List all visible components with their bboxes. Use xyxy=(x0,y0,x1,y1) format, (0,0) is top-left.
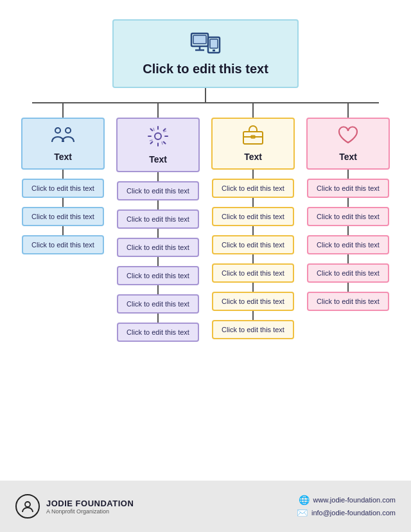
svg-point-9 xyxy=(155,133,161,139)
email-row: ✉️ info@jodie-foundation.com xyxy=(297,508,396,518)
cat-node-pink[interactable]: Text xyxy=(306,118,390,170)
leaf-connector-purple-5 xyxy=(157,314,159,323)
www-icon: 🌐 xyxy=(299,495,310,505)
leaf-node-yellow-1[interactable]: Click to edit this text xyxy=(212,207,294,226)
branch-top-connector-yellow xyxy=(252,103,254,118)
root-node[interactable]: Click to edit this text xyxy=(112,19,299,88)
leaf-node-yellow-4[interactable]: Click to edit this text xyxy=(212,292,294,311)
org-sub: A Nonprofit Organization xyxy=(46,508,134,515)
leaf-node-purple-1[interactable]: Click to edit this text xyxy=(117,209,199,229)
leaf-node-purple-4[interactable]: Click to edit this text xyxy=(117,294,199,314)
leaf-connector-yellow-0 xyxy=(252,170,254,179)
leaf-node-yellow-5[interactable]: Click to edit this text xyxy=(212,320,294,339)
root-label: Click to edit this text xyxy=(143,62,268,76)
leaf-connector-blue-0 xyxy=(62,170,64,179)
leaf-node-yellow-3[interactable]: Click to edit this text xyxy=(212,263,294,283)
svg-point-13 xyxy=(25,502,30,507)
leaf-connector-purple-4 xyxy=(157,285,159,294)
leaf-connector-pink-0 xyxy=(347,170,349,179)
leaf-connector-purple-1 xyxy=(157,200,159,209)
website-text: www.jodie-foundation.com xyxy=(313,496,396,504)
cat-node-blue[interactable]: Text xyxy=(21,118,105,170)
cat-label-purple: Text xyxy=(149,154,167,164)
email-icon: ✉️ xyxy=(297,508,308,518)
leaf-node-purple-3[interactable]: Click to edit this text xyxy=(117,266,199,285)
leaf-node-purple-2[interactable]: Click to edit this text xyxy=(117,238,199,257)
logo-circle xyxy=(15,494,40,519)
footer-right: 🌐 www.jodie-foundation.com ✉️ info@jodie… xyxy=(297,495,396,518)
branch-col-yellow: TextClick to edit this textClick to edit… xyxy=(206,103,301,342)
branches-row: TextClick to edit this textClick to edit… xyxy=(13,103,398,342)
svg-point-7 xyxy=(55,128,60,133)
leaf-node-blue-2[interactable]: Click to edit this text xyxy=(22,235,104,254)
leaf-connector-purple-2 xyxy=(157,229,159,238)
people-icon xyxy=(51,125,74,149)
leaf-node-yellow-2[interactable]: Click to edit this text xyxy=(212,235,294,254)
leaf-connector-pink-1 xyxy=(347,198,349,207)
computer-icon xyxy=(190,32,221,62)
leaf-node-pink-3[interactable]: Click to edit this text xyxy=(307,263,389,283)
leaf-node-yellow-0[interactable]: Click to edit this text xyxy=(212,179,294,198)
branch-col-purple: TextClick to edit this textClick to edit… xyxy=(110,103,206,342)
cat-node-purple[interactable]: Text xyxy=(116,118,200,172)
svg-rect-5 xyxy=(210,39,218,48)
leaf-connector-yellow-3 xyxy=(252,254,254,263)
leaf-connector-pink-3 xyxy=(347,254,349,263)
settings-icon xyxy=(147,125,169,152)
leaf-node-pink-1[interactable]: Click to edit this text xyxy=(307,207,389,226)
leaf-node-blue-1[interactable]: Click to edit this text xyxy=(22,207,104,226)
svg-rect-6 xyxy=(213,49,215,51)
leaf-connector-yellow-5 xyxy=(252,311,254,320)
email-text: info@jodie-foundation.com xyxy=(311,509,396,517)
cat-label-yellow: Text xyxy=(244,152,262,162)
leaf-node-pink-4[interactable]: Click to edit this text xyxy=(307,292,389,311)
branch-top-connector-purple xyxy=(157,103,159,118)
org-name: JODIE FOUNDATION xyxy=(46,499,134,508)
leaf-connector-blue-2 xyxy=(62,226,64,235)
leaf-node-pink-2[interactable]: Click to edit this text xyxy=(307,235,389,254)
leaf-connector-pink-2 xyxy=(347,226,349,235)
leaf-connector-blue-1 xyxy=(62,198,64,207)
leaf-connector-purple-0 xyxy=(157,172,159,181)
leaf-connector-yellow-1 xyxy=(252,198,254,207)
leaf-connector-pink-4 xyxy=(347,283,349,292)
svg-point-8 xyxy=(66,128,71,133)
briefcase-icon xyxy=(242,125,264,149)
main-content: Click to edit this text TextClick to edi… xyxy=(0,0,411,481)
website-row: 🌐 www.jodie-foundation.com xyxy=(299,495,396,505)
branch-top-connector-blue xyxy=(62,103,64,118)
leaf-connector-yellow-4 xyxy=(252,283,254,292)
cat-label-pink: Text xyxy=(339,152,357,162)
root-connector xyxy=(205,88,206,102)
footer: JODIE FOUNDATION A Nonprofit Organizatio… xyxy=(0,481,411,532)
leaf-node-pink-0[interactable]: Click to edit this text xyxy=(307,179,389,198)
branch-top-connector-pink xyxy=(347,103,349,118)
cat-node-yellow[interactable]: Text xyxy=(211,118,295,170)
cat-label-blue: Text xyxy=(54,152,72,162)
branch-col-blue: TextClick to edit this textClick to edit… xyxy=(15,103,110,342)
leaf-node-purple-0[interactable]: Click to edit this text xyxy=(117,181,199,200)
heart-icon xyxy=(337,125,359,149)
leaf-node-purple-5[interactable]: Click to edit this text xyxy=(117,323,199,342)
svg-rect-1 xyxy=(193,35,206,44)
footer-left: JODIE FOUNDATION A Nonprofit Organizatio… xyxy=(15,494,134,519)
leaf-connector-purple-3 xyxy=(157,257,159,266)
footer-org-name: JODIE FOUNDATION A Nonprofit Organizatio… xyxy=(46,499,134,515)
leaf-node-blue-0[interactable]: Click to edit this text xyxy=(22,179,104,198)
leaf-connector-yellow-2 xyxy=(252,226,254,235)
branch-col-pink: TextClick to edit this textClick to edit… xyxy=(301,103,396,342)
